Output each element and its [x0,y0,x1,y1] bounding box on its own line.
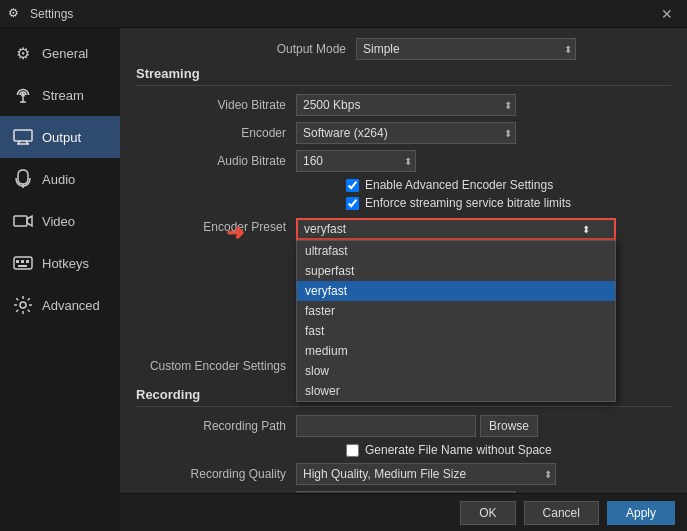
recording-quality-select-wrapper: High Quality, Medium File Size [296,463,556,485]
audio-icon [12,168,34,190]
svg-rect-13 [18,265,27,267]
dropdown-item-veryfast[interactable]: veryfast [297,281,615,301]
audio-bitrate-input[interactable] [296,150,416,172]
encoder-select-wrapper: Software (x264) [296,122,516,144]
encoder-label: Encoder [136,126,286,140]
enable-advanced-label: Enable Advanced Encoder Settings [365,178,553,192]
enable-advanced-row: Enable Advanced Encoder Settings [136,178,671,192]
recording-quality-select[interactable]: High Quality, Medium File Size [296,463,556,485]
sidebar-item-advanced[interactable]: Advanced [0,284,120,326]
general-icon: ⚙ [12,42,34,64]
title-bar: ⚙ Settings ✕ [0,0,687,28]
hotkeys-icon [12,252,34,274]
dropdown-item-ultrafast[interactable]: ultrafast [297,241,615,261]
svg-rect-12 [26,260,29,263]
sidebar-label-advanced: Advanced [42,298,100,313]
output-mode-row: Output Mode Simple [136,38,671,60]
recording-format-select-wrapper: mkv [296,491,516,493]
window-title: Settings [30,7,73,21]
sidebar-label-hotkeys: Hotkeys [42,256,89,271]
dropdown-item-medium[interactable]: medium [297,341,615,361]
audio-bitrate-spinbox-wrapper [296,150,416,172]
enforce-bitrate-label: Enforce streaming service bitrate limits [365,196,571,210]
sidebar-item-output[interactable]: Output [0,116,120,158]
video-bitrate-input[interactable] [296,94,516,116]
dropdown-arrow-icon: ⬍ [582,224,590,235]
generate-file-label: Generate File Name without Space [365,443,552,457]
sidebar-label-output: Output [42,130,81,145]
audio-bitrate-label: Audio Bitrate [136,154,286,168]
svg-rect-8 [14,216,27,226]
video-bitrate-label: Video Bitrate [136,98,286,112]
encoder-row: Encoder Software (x264) [136,122,671,144]
encoder-preset-label: Encoder Preset [136,218,286,234]
encoder-preset-value: veryfast [304,222,346,236]
video-bitrate-row: Video Bitrate [136,94,671,116]
recording-path-label: Recording Path [136,419,286,433]
enforce-bitrate-row: Enforce streaming service bitrate limits [136,196,671,210]
recording-quality-label: Recording Quality [136,467,286,481]
sidebar-item-general[interactable]: ⚙ General [0,32,120,74]
encoder-preset-trigger[interactable]: veryfast ⬍ [296,218,616,240]
content-scroll: Output Mode Simple Streaming Video Bitra… [120,28,687,493]
sidebar-label-audio: Audio [42,172,75,187]
streaming-section-header: Streaming [136,66,671,86]
dropdown-item-slow[interactable]: slow [297,361,615,381]
video-icon [12,210,34,232]
generate-file-checkbox[interactable] [346,444,359,457]
recording-section: Recording Recording Path Browse Generate… [136,387,671,493]
svg-rect-3 [14,130,32,141]
sidebar-label-stream: Stream [42,88,84,103]
video-bitrate-spinbox-wrapper [296,94,516,116]
sidebar-item-hotkeys[interactable]: Hotkeys [0,242,120,284]
output-mode-label: Output Mode [196,42,346,56]
ok-button[interactable]: OK [460,501,515,525]
svg-point-0 [21,93,25,97]
sidebar-item-audio[interactable]: Audio [0,158,120,200]
sidebar-label-video: Video [42,214,75,229]
sidebar-label-general: General [42,46,88,61]
svg-rect-11 [21,260,24,263]
recording-path-row: Recording Path Browse [136,415,671,437]
stream-icon [12,84,34,106]
custom-encoder-label: Custom Encoder Settings [136,359,286,373]
dropdown-item-superfast[interactable]: superfast [297,261,615,281]
sidebar: ⚙ General Stream [0,28,120,531]
browse-button[interactable]: Browse [480,415,538,437]
close-button[interactable]: ✕ [655,4,679,24]
settings-icon: ⚙ [8,6,24,22]
dropdown-item-fast[interactable]: fast [297,321,615,341]
content-area: Output Mode Simple Streaming Video Bitra… [120,28,687,531]
encoder-preset-dropdown-container: ➜ veryfast ⬍ ultrafast superfast veryfas… [296,218,616,240]
recording-path-input[interactable] [296,415,476,437]
encoder-preset-menu: ultrafast superfast veryfast faster fast… [296,240,616,402]
enforce-bitrate-checkbox[interactable] [346,197,359,210]
bottom-bar: OK Cancel Apply [120,493,687,531]
output-mode-select[interactable]: Simple [356,38,576,60]
generate-file-row: Generate File Name without Space [136,443,671,457]
recording-quality-row: Recording Quality High Quality, Medium F… [136,463,671,485]
encoder-preset-row: Encoder Preset ➜ veryfast ⬍ ultrafast su… [136,218,671,240]
advanced-icon [12,294,34,316]
arrow-indicator: ➜ [226,220,244,246]
encoder-select[interactable]: Software (x264) [296,122,516,144]
svg-rect-10 [16,260,19,263]
sidebar-item-stream[interactable]: Stream [0,74,120,116]
enable-advanced-checkbox[interactable] [346,179,359,192]
cancel-button[interactable]: Cancel [524,501,599,525]
dropdown-item-slower[interactable]: slower [297,381,615,401]
sidebar-item-video[interactable]: Video [0,200,120,242]
output-icon [12,126,34,148]
apply-button[interactable]: Apply [607,501,675,525]
svg-point-14 [20,302,26,308]
dropdown-item-faster[interactable]: faster [297,301,615,321]
output-mode-select-wrapper: Simple [356,38,576,60]
recording-format-select[interactable]: mkv [296,491,516,493]
audio-bitrate-row: Audio Bitrate [136,150,671,172]
